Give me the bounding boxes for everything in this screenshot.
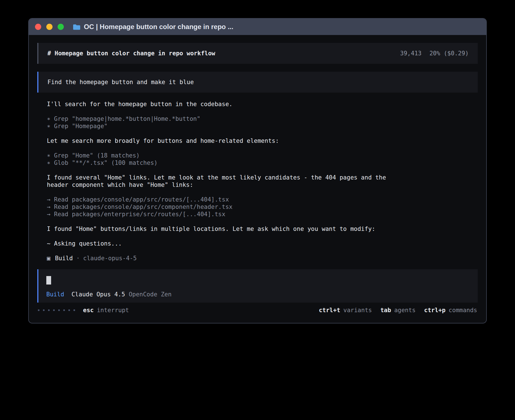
tool-call-group: → Read packages/console/app/src/routes/[… [47,196,468,218]
close-button[interactable] [35,24,41,30]
dot-separator: · [76,255,80,262]
assistant-text: I found "Home" buttons/links in multiple… [47,225,403,233]
session-stats: 39,413 20% ($0.29) [400,50,469,57]
status-bar: esc interrupt ctrl+tvariants tabagents c… [37,305,478,315]
agent-name: Build [55,255,73,262]
model-name: Claude Opus 4.5 [71,291,125,298]
terminal-body: # Homepage button color change in repo w… [29,35,486,315]
folder-icon [73,24,80,30]
tool-call-line: → Read packages/console/app/src/routes/[… [47,196,468,203]
token-count: 39,413 [400,50,422,57]
spinner-dot [63,309,65,311]
status-bar-right: ctrl+tvariants tabagents ctrl+pcommands [310,307,477,314]
tool-call-line: ∗ Grep "Homepage" [47,123,468,130]
session-title: # Homepage button color change in repo w… [47,50,215,57]
spinner-dot [58,309,60,311]
traffic-lights [35,24,64,30]
agent-model: claude-opus-4-5 [83,255,137,262]
agent-line: ▣ Build · claude-opus-4-5 [47,255,468,262]
assistant-text: I'll search for the homepage button in t… [47,100,403,108]
spinner-dots [38,309,75,311]
esc-key-label: interrupt [97,307,129,314]
window-title: OC | Homepage button color change in rep… [84,23,233,31]
shortcut-variants: ctrl+tvariants [319,307,372,314]
shortcut-commands: ctrl+pcommands [424,307,477,314]
context-usage: 20% ($0.29) [429,50,469,57]
assistant-text: Let me search more broadly for buttons a… [47,137,403,145]
esc-key-hint: esc [83,307,94,314]
window-titlebar[interactable]: OC | Homepage button color change in rep… [29,19,486,35]
terminal-window: OC | Homepage button color change in rep… [28,18,487,323]
tool-call-line: ∗ Glob "**/*.tsx" (100 matches) [47,159,468,167]
tool-call-line: ∗ Grep "homepage|home.*button|Home.*butt… [47,115,468,123]
agent-square-icon: ▣ [47,255,51,262]
user-message-text: Find the homepage button and make it blu… [47,79,194,86]
shortcut-agents: tabagents [380,307,416,314]
session-header: # Homepage button color change in repo w… [37,43,478,64]
input-footer: Build Claude Opus 4.5 OpenCode Zen [46,291,470,298]
spinner-dot [68,309,70,311]
tool-call-group: ∗ Grep "homepage|home.*button|Home.*butt… [47,115,468,130]
spinner-dot [48,309,50,311]
assistant-transcript: I'll search for the homepage button in t… [37,93,478,262]
working-status: ~ Asking questions... [47,240,468,247]
tool-call-group: ∗ Grep "Home" (18 matches) ∗ Glob "**/*.… [47,152,468,167]
spinner-dot [43,309,45,311]
desktop-background: OC | Homepage button color change in rep… [0,0,515,420]
tool-call-line: → Read packages/console/app/src/componen… [47,203,468,211]
assistant-text: I found several "Home" links. Let me loo… [47,174,403,189]
zoom-button[interactable] [58,24,64,30]
text-cursor [46,276,51,285]
spinner-dot [73,309,75,311]
tool-call-line: ∗ Grep "Home" (18 matches) [47,152,468,159]
user-message: Find the homepage button and make it blu… [37,72,478,93]
spinner-dot [53,309,55,311]
prompt-input[interactable]: Build Claude Opus 4.5 OpenCode Zen [37,269,478,303]
spinner-dot [38,309,40,311]
status-bar-left: esc interrupt [38,307,129,314]
minimize-button[interactable] [46,24,53,30]
provider-name: OpenCode Zen [129,291,172,298]
tool-call-line: → Read packages/enterprise/src/routes/[.… [47,211,468,218]
agent-mode-badge: Build [46,291,64,298]
